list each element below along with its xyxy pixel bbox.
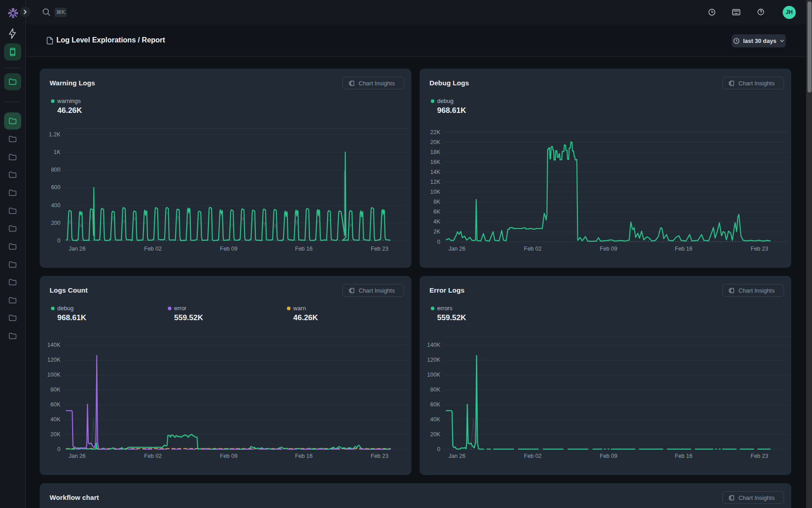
svg-text:Feb 23: Feb 23 <box>371 246 388 252</box>
svg-text:20K: 20K <box>430 139 441 145</box>
svg-text:Feb 02: Feb 02 <box>144 246 162 252</box>
svg-text:140K: 140K <box>427 342 441 348</box>
svg-text:Feb 16: Feb 16 <box>295 246 313 252</box>
svg-text:1K: 1K <box>54 149 61 155</box>
svg-text:Feb 16: Feb 16 <box>675 453 692 459</box>
svg-text:140K: 140K <box>47 342 61 348</box>
svg-text:Jan 26: Jan 26 <box>448 453 466 459</box>
svg-text:Feb 09: Feb 09 <box>600 453 618 459</box>
svg-text:0: 0 <box>57 446 60 452</box>
svg-text:100K: 100K <box>47 372 61 378</box>
svg-text:Jan 26: Jan 26 <box>448 246 466 252</box>
svg-text:600: 600 <box>51 184 60 191</box>
svg-text:Feb 02: Feb 02 <box>524 246 542 252</box>
svg-text:Feb 09: Feb 09 <box>600 246 618 252</box>
svg-text:1.2K: 1.2K <box>49 131 60 138</box>
svg-text:Feb 23: Feb 23 <box>371 453 388 459</box>
svg-text:14K: 14K <box>430 169 441 175</box>
svg-text:400: 400 <box>51 202 60 209</box>
svg-text:12K: 12K <box>430 179 441 185</box>
svg-text:4K: 4K <box>434 219 441 225</box>
svg-text:Feb 16: Feb 16 <box>295 453 313 459</box>
svg-text:8K: 8K <box>434 199 441 205</box>
svg-text:80K: 80K <box>51 387 61 393</box>
svg-text:10K: 10K <box>430 189 441 195</box>
svg-text:100K: 100K <box>427 372 441 378</box>
svg-text:2K: 2K <box>434 228 441 235</box>
svg-text:Feb 16: Feb 16 <box>675 246 692 252</box>
svg-text:Feb 09: Feb 09 <box>220 453 238 459</box>
svg-text:200: 200 <box>51 220 60 226</box>
svg-text:40K: 40K <box>430 416 441 423</box>
svg-text:60K: 60K <box>51 401 61 408</box>
svg-text:Feb 23: Feb 23 <box>751 246 768 252</box>
svg-text:Feb 02: Feb 02 <box>144 453 162 459</box>
svg-text:800: 800 <box>51 167 60 173</box>
svg-text:Jan 26: Jan 26 <box>69 453 86 459</box>
svg-text:120K: 120K <box>427 357 441 363</box>
svg-text:20K: 20K <box>430 431 441 438</box>
svg-text:0: 0 <box>437 239 440 245</box>
svg-text:0: 0 <box>57 238 60 244</box>
svg-text:Feb 09: Feb 09 <box>220 246 238 252</box>
svg-text:Jan 26: Jan 26 <box>69 246 86 252</box>
svg-text:20K: 20K <box>51 431 61 438</box>
svg-text:80K: 80K <box>430 387 441 393</box>
svg-text:0: 0 <box>437 446 440 452</box>
svg-text:6K: 6K <box>434 209 441 215</box>
svg-text:16K: 16K <box>430 159 441 165</box>
svg-text:120K: 120K <box>47 357 61 363</box>
svg-text:60K: 60K <box>430 401 441 408</box>
svg-text:Feb 23: Feb 23 <box>751 453 768 459</box>
svg-text:40K: 40K <box>51 416 61 423</box>
svg-text:22K: 22K <box>430 129 441 135</box>
svg-text:Feb 02: Feb 02 <box>524 453 542 459</box>
svg-text:18K: 18K <box>430 149 441 155</box>
